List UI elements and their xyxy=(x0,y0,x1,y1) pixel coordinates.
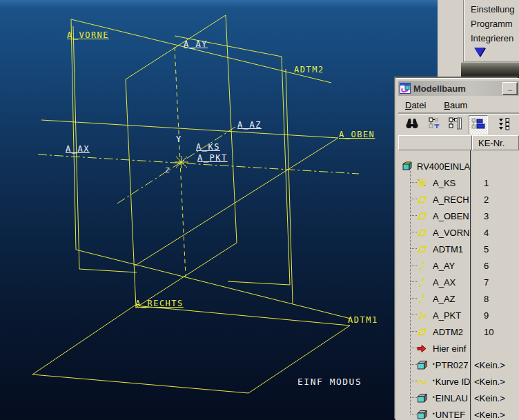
menu-item-integrieren[interactable]: Integrieren xyxy=(464,31,519,46)
tree-item-text: A_KS xyxy=(433,178,456,188)
toolbar-tree-columns-button[interactable] xyxy=(445,115,464,134)
tree-item-gutter: ▪EINLAU xyxy=(398,390,470,406)
tree-item-gutter: ▪PTR027 xyxy=(398,357,470,373)
modellbaum-titlebar[interactable]: Modellbaum _ xyxy=(398,81,519,96)
cad-label-adtm1: ADTM1 xyxy=(348,316,378,325)
tree-item-ke-nr: 7 xyxy=(470,274,519,290)
toolbar-collapse-all-button[interactable] xyxy=(495,115,514,134)
csys-icon xyxy=(416,177,427,188)
tree-highlight-icon xyxy=(471,117,485,133)
tree-item-a-ay[interactable]: A_AY6 xyxy=(398,257,519,274)
plane-icon xyxy=(416,227,427,238)
tree-item-a-ks[interactable]: A_KS1 xyxy=(398,174,519,191)
column-header-ke-nr[interactable]: KE-Nr. xyxy=(472,135,519,150)
model-tree: RV400EINLAA_KS1A_RECH2A_OBEN3A_VORN4ADTM… xyxy=(398,150,519,420)
axis-icon xyxy=(416,277,427,288)
tree-item-ke-nr: <Kein.> xyxy=(470,373,519,390)
tree-item-text: A_AX xyxy=(433,277,456,288)
cube-icon xyxy=(416,359,427,370)
tree-item-text: PTR027 xyxy=(435,360,469,370)
tree-item-label: A_OBEN xyxy=(433,211,469,221)
tree-item-label: ▪UNTEF xyxy=(433,410,465,420)
menu-more-triangle-icon[interactable] xyxy=(474,48,485,57)
column-splitter[interactable] xyxy=(470,150,472,420)
menu-item-einstellung[interactable]: Einstellung xyxy=(464,2,519,17)
cad-label-a-oben: A_OBEN xyxy=(339,130,375,139)
tree-item-ke-nr: 5 xyxy=(470,241,519,257)
menu-item-programm[interactable]: Programm xyxy=(464,17,519,31)
tree-item-ke-nr: 8 xyxy=(470,290,519,307)
tree-item-text: RV400EINLA xyxy=(417,161,470,172)
tree-item-ke-nr xyxy=(470,158,519,174)
tree-item-a-rech[interactable]: A_RECH2 xyxy=(398,191,519,208)
plane-icon xyxy=(416,210,427,221)
tree-item-label: A_AZ xyxy=(433,294,456,304)
tree-item-ke-nr: 6 xyxy=(470,257,519,274)
cad-label-y: Y xyxy=(176,135,182,144)
tree-item-a-oben[interactable]: A_OBEN3 xyxy=(398,208,519,224)
tree-item-label: ▪EINLAU xyxy=(433,393,468,403)
insert-icon xyxy=(416,343,427,354)
tree-item-ptr027[interactable]: ▪PTR027<Kein.> xyxy=(398,357,519,373)
suppressed-bullet-icon: ▪ xyxy=(433,377,435,383)
menubar-item-datei[interactable]: Datei xyxy=(405,100,426,114)
part-icon xyxy=(402,161,413,172)
curve-icon xyxy=(416,376,427,387)
minimize-button[interactable]: _ xyxy=(502,82,518,95)
suppressed-bullet-icon: ▪ xyxy=(433,410,435,417)
tree-item-text: Hier einf xyxy=(433,343,466,354)
tree-filter-icon xyxy=(427,117,441,133)
collapse-all-icon xyxy=(498,117,511,133)
tree-item-gutter: A_AZ xyxy=(398,290,470,307)
app-screen: A_VORNEA_AYADTM2A_AZA_OBENA_AXYA_KSA_PKT… xyxy=(0,0,519,420)
suppressed-bullet-icon: ▪ xyxy=(433,361,435,367)
tree-item-text: ADTM2 xyxy=(433,327,463,337)
menubar-item-baum[interactable]: Baum xyxy=(444,100,467,114)
tree-item-ke-nr: 1 xyxy=(470,174,519,191)
toolbar-tree-filter-button[interactable] xyxy=(424,115,444,134)
tree-item-gutter: A_VORN xyxy=(398,224,470,241)
tree-item-text: UNTEF xyxy=(435,410,465,420)
cad-label-a-vorne: A_VORNE xyxy=(67,31,109,40)
modellbaum-toolbar xyxy=(398,114,519,135)
tree-item-ke-nr xyxy=(470,340,519,357)
toolbar-search-button[interactable] xyxy=(402,115,422,134)
tree-item-gutter: A_PKT xyxy=(398,307,470,323)
tree-item-ke-nr: 9 xyxy=(470,307,519,323)
tree-item-ke-nr: 2 xyxy=(470,191,519,208)
tree-item-rv400einla[interactable]: RV400EINLA xyxy=(398,158,519,174)
tree-item-hier-einf[interactable]: Hier einf xyxy=(398,340,519,357)
tree-item-adtm2[interactable]: ADTM210 xyxy=(398,323,519,340)
tree-item-a-ax[interactable]: A_AX7 xyxy=(398,274,519,290)
tree-item-ke-nr: 3 xyxy=(470,208,519,224)
tree-item-gutter: A_KS xyxy=(398,174,470,191)
tree-item-gutter: RV400EINLA xyxy=(398,158,470,174)
toolbar-tree-highlight-button[interactable] xyxy=(469,115,488,134)
tree-item-text: A_PKT xyxy=(433,310,461,321)
tree-item-einlau[interactable]: ▪EINLAU<Kein.> xyxy=(398,390,519,406)
tree-item-a-pkt[interactable]: A_PKT9 xyxy=(398,307,519,323)
cad-label-a-az: A_AZ xyxy=(237,121,262,130)
tree-item-text: EINLAU xyxy=(435,393,468,403)
tree-item-ke-nr: 10 xyxy=(470,323,519,340)
tree-item-a-vorn[interactable]: A_VORN4 xyxy=(398,224,519,241)
cad-label-z: z xyxy=(165,166,171,174)
plane-icon xyxy=(416,194,427,205)
axis-icon xyxy=(416,260,427,271)
tree-item-label: A_KS xyxy=(433,178,456,188)
cad-viewport[interactable]: A_VORNEA_AYADTM2A_AZA_OBENA_AXYA_KSA_PKT… xyxy=(0,0,438,420)
tree-item-gutter: A_AX xyxy=(398,274,470,290)
column-header-name[interactable] xyxy=(398,135,472,150)
tree-columns-icon xyxy=(448,117,462,133)
tree-item-kurve-id[interactable]: ▪Kurve ID<Kein.> xyxy=(398,373,519,390)
tree-item-gutter: ADTM2 xyxy=(398,323,470,340)
tree-item-gutter: A_RECH xyxy=(398,191,470,208)
modellbaum-window-icon xyxy=(400,83,411,94)
csys-star xyxy=(175,156,188,168)
tree-item-adtm1[interactable]: ADTM15 xyxy=(398,241,519,257)
tree-item-a-az[interactable]: A_AZ8 xyxy=(398,290,519,307)
tree-column-headers: KE-Nr. xyxy=(398,135,519,150)
tree-item-gutter: ▪UNTEF xyxy=(398,406,470,420)
cube-icon xyxy=(416,409,427,420)
tree-item-untef[interactable]: ▪UNTEF<Kein.> xyxy=(398,406,519,420)
